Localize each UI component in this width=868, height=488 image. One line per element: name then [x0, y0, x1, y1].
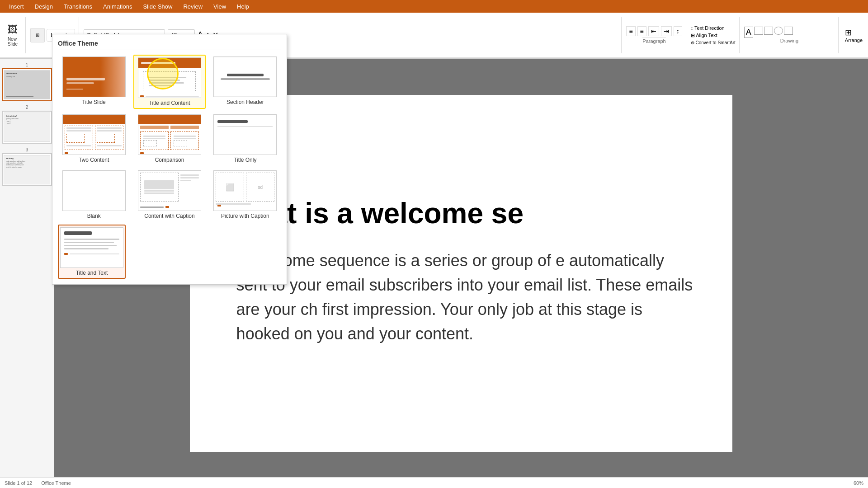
thumb-title-only: [214, 115, 276, 155]
extra-layouts: Title and Text: [58, 225, 281, 279]
thumb-sh-bar1: [227, 74, 264, 76]
layout-thumb-content-caption: [138, 170, 201, 211]
thumb-pc-body: ⬜ sd: [214, 171, 276, 203]
layout-item-comparison[interactable]: Comparison: [133, 113, 205, 165]
text-box-tool[interactable]: A: [744, 27, 753, 38]
thumb-tc-footer: [138, 95, 201, 98]
thumb-section-header: [214, 57, 276, 97]
thumb-tc-content: [143, 71, 196, 91]
comp-img1: [143, 140, 157, 146]
layout-item-content-caption[interactable]: Content with Caption: [133, 169, 205, 221]
text-direction-button[interactable]: ↕ Text Direction: [691, 25, 736, 31]
status-bar: Slide 1 of 12 Office Theme 60%: [0, 477, 868, 488]
layout-label-title-slide: Title Slide: [82, 99, 106, 105]
align-text-button[interactable]: ⊞ Align Text: [691, 33, 736, 38]
thumb-comp-col1: [140, 126, 169, 150]
layout-icon: ⊞: [30, 28, 45, 42]
menu-view[interactable]: View: [209, 2, 231, 11]
thumb-cc-left: [140, 173, 179, 202]
layout-item-title-content[interactable]: Title and Content: [133, 55, 205, 109]
thumb-title-slide: [63, 57, 125, 97]
new-slide-button[interactable]: 🖼 NewSlide: [4, 22, 22, 48]
line-spacing-button[interactable]: ↕: [674, 26, 682, 36]
thumb-comp-header: [138, 115, 201, 124]
line-tool[interactable]: [754, 27, 763, 35]
cc-l2: [144, 192, 174, 194]
tw-line4: [97, 127, 122, 129]
tw-img1: [66, 134, 85, 143]
thumb-tt-lines: [64, 239, 119, 249]
tt-l3: [64, 245, 117, 246]
convert-smartart-button[interactable]: ⊛ Convert to SmartArt: [691, 40, 736, 45]
menu-slideshow[interactable]: Slide Show: [138, 2, 177, 11]
layout-item-section-header[interactable]: Section Header: [209, 55, 281, 109]
layout-item-two-content[interactable]: Two Content: [58, 113, 130, 165]
new-slide-label: NewSlide: [8, 37, 18, 47]
thumb-tc-lines: [149, 77, 190, 86]
thumb-tc-line1: [149, 77, 186, 78]
layout-item-picture-caption[interactable]: ⬜ sd Picture with Caption: [209, 169, 281, 221]
cl4: [174, 138, 196, 139]
slide-thumb-1[interactable]: Presentation something.com: [2, 68, 52, 101]
comp-box1: [140, 131, 169, 150]
tt-footer-bar: [70, 253, 119, 254]
cl2: [143, 138, 165, 139]
tt-footer-icon: [64, 253, 68, 255]
drawing-group: A Drawing: [744, 17, 839, 53]
slide-number-1: 1: [2, 62, 52, 67]
thumb-pc-box1: ⬜: [216, 173, 244, 202]
thumb-pc-bottom: [214, 203, 276, 211]
slide-number-2: 2: [2, 105, 52, 110]
thumb-comparison: [138, 115, 201, 155]
increase-indent-button[interactable]: ⇥: [661, 26, 672, 36]
layout-thumb-title-only: [213, 114, 277, 155]
slide-thumb-2[interactable]: doing today? growing sales funnel • item…: [2, 111, 52, 144]
slide-panel: 1 Presentation something.com 2 doing tod…: [0, 59, 54, 488]
twoc-footer: [63, 152, 125, 155]
oval-tool[interactable]: [774, 27, 783, 35]
layout-panel-title: Office Theme: [58, 40, 281, 50]
layout-label-title-text: Title and Text: [76, 270, 108, 276]
menu-design[interactable]: Design: [30, 2, 57, 11]
arrange-button[interactable]: ⊞ Arrange: [843, 26, 864, 45]
layout-label-blank: Blank: [87, 213, 101, 219]
menu-transitions[interactable]: Transitions: [59, 2, 97, 11]
paragraph-group: ≡ ≡ ⇤ ⇥ ↕ Paragraph: [626, 17, 686, 53]
menu-insert[interactable]: Insert: [5, 2, 28, 11]
layout-label-title-only: Title Only: [234, 157, 256, 163]
paragraph-label: Paragraph: [642, 37, 665, 44]
slide-thumb-3[interactable]: be doing email subscribers and turn them…: [2, 153, 52, 186]
bullets-button[interactable]: ≡: [626, 26, 635, 36]
to-divider: [217, 126, 273, 127]
menu-review[interactable]: Review: [179, 2, 207, 11]
tt-l4: [64, 248, 108, 249]
layout-item-title-text[interactable]: Title and Text: [58, 225, 126, 279]
zoom-level: 60%: [854, 480, 863, 486]
thumb-two-content: [63, 115, 125, 155]
slide-count: Slide 1 of 12: [5, 480, 32, 486]
cl1: [143, 136, 165, 137]
new-slide-group: 🖼 NewSlide: [4, 17, 26, 53]
menu-animations[interactable]: Animations: [99, 2, 137, 11]
pc-footer-icon: [217, 205, 221, 206]
rect-tool[interactable]: [764, 27, 773, 35]
decrease-indent-button[interactable]: ⇤: [648, 26, 659, 36]
thumb-tc-body: [138, 68, 201, 95]
numbering-button[interactable]: ≡: [637, 26, 646, 36]
thumb-comp-col2: [170, 126, 199, 150]
thumb-sh-bar2: [221, 78, 270, 80]
layout-thumb-comparison: [138, 114, 201, 155]
layout-item-blank[interactable]: Blank: [58, 169, 130, 221]
comp-footer: [138, 152, 201, 155]
shape-tool[interactable]: [784, 27, 793, 35]
layout-item-title-slide[interactable]: Title Slide: [58, 55, 130, 109]
layout-item-title-only[interactable]: Title Only: [209, 113, 281, 165]
slide-number-3: 3: [2, 147, 52, 152]
menu-help[interactable]: Help: [232, 2, 254, 11]
layout-label-section-header: Section Header: [226, 99, 264, 105]
thumb-comp-body: [138, 124, 201, 152]
tt-l2: [64, 242, 114, 243]
bullet-text: A welcome sequence is a series or group …: [236, 249, 696, 346]
theme-name: Office Theme: [41, 480, 71, 486]
slide-title: What is a welcome se: [226, 196, 696, 231]
